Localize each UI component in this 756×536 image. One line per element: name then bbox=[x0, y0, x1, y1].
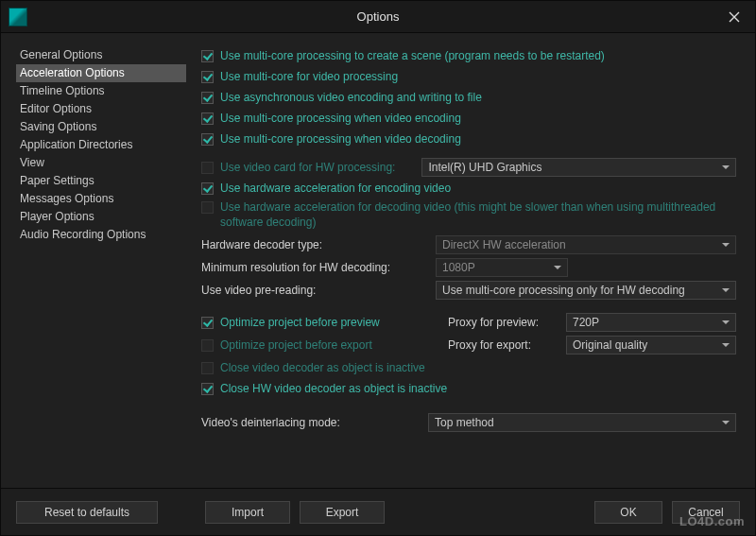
label-multicore-video: Use multi-core for video processing bbox=[220, 69, 398, 84]
dropdown-proxy-preview[interactable]: 720P bbox=[566, 313, 736, 332]
sidebar: General Options Acceleration Options Tim… bbox=[16, 46, 186, 488]
main-panel: Use multi-core processing to create a sc… bbox=[201, 46, 740, 488]
window-title: Options bbox=[1, 9, 755, 24]
export-button[interactable]: Export bbox=[300, 501, 385, 524]
label-deinterlace: Video's deinterlacing mode: bbox=[201, 416, 428, 429]
checkbox-hw-encode[interactable] bbox=[201, 182, 214, 195]
dropdown-hw-decoder-type-value: DirectX HW acceleration bbox=[442, 238, 566, 251]
dropdown-min-res-value: 1080P bbox=[442, 261, 475, 274]
ok-button[interactable]: OK bbox=[594, 501, 662, 524]
sidebar-item-timeline[interactable]: Timeline Options bbox=[16, 82, 186, 100]
dropdown-pre-reading[interactable]: Use multi-core processing only for HW de… bbox=[436, 281, 736, 300]
label-hw-encode: Use hardware acceleration for encoding v… bbox=[220, 181, 451, 196]
sidebar-item-appdirs[interactable]: Application Directories bbox=[16, 136, 186, 154]
label-proxy-preview: Proxy for preview: bbox=[448, 316, 557, 329]
label-multicore-decoding: Use multi-core processing when video dec… bbox=[220, 131, 461, 147]
sidebar-item-acceleration[interactable]: Acceleration Options bbox=[16, 64, 186, 82]
dropdown-pre-reading-value: Use multi-core processing only for HW de… bbox=[442, 284, 685, 297]
titlebar: Options bbox=[1, 1, 755, 33]
checkbox-multicore-encoding[interactable] bbox=[201, 112, 214, 125]
label-async-encoding: Use asynchronous video encoding and writ… bbox=[220, 90, 482, 105]
checkbox-optimize-export[interactable] bbox=[201, 339, 214, 352]
label-pre-reading: Use video pre-reading: bbox=[201, 284, 428, 297]
label-multicore-encoding: Use multi-core processing when video enc… bbox=[220, 111, 461, 126]
reset-button[interactable]: Reset to defaults bbox=[16, 501, 158, 524]
footer: Reset to defaults Import Export OK Cance… bbox=[1, 488, 755, 535]
sidebar-item-paper[interactable]: Paper Settings bbox=[16, 172, 186, 190]
dropdown-proxy-export-value: Original quality bbox=[573, 338, 647, 352]
label-optimize-preview: Optimize project before preview bbox=[220, 315, 380, 330]
checkbox-multicore-decoding[interactable] bbox=[201, 133, 214, 146]
content-area: General Options Acceleration Options Tim… bbox=[1, 33, 755, 488]
checkbox-optimize-preview[interactable] bbox=[201, 317, 214, 329]
dropdown-deinterlace-value: Top method bbox=[435, 416, 494, 429]
label-hw-processing: Use video card for HW processing: bbox=[220, 160, 395, 175]
checkbox-hw-processing[interactable] bbox=[201, 162, 214, 174]
dropdown-gpu[interactable]: Intel(R) UHD Graphics bbox=[421, 158, 736, 177]
checkbox-async-encoding[interactable] bbox=[201, 92, 214, 104]
sidebar-item-editor[interactable]: Editor Options bbox=[16, 100, 186, 118]
close-button[interactable] bbox=[713, 1, 755, 33]
label-hw-decode: Use hardware acceleration for decoding v… bbox=[220, 199, 736, 230]
label-multicore-scene: Use multi-core processing to create a sc… bbox=[220, 48, 605, 63]
cancel-button[interactable]: Cancel bbox=[672, 501, 740, 524]
checkbox-hw-decode[interactable] bbox=[201, 201, 214, 214]
dropdown-hw-decoder-type[interactable]: DirectX HW acceleration bbox=[436, 235, 736, 254]
dropdown-min-res[interactable]: 1080P bbox=[436, 258, 568, 277]
sidebar-item-general[interactable]: General Options bbox=[16, 46, 186, 64]
app-icon bbox=[9, 8, 27, 26]
sidebar-item-audio[interactable]: Audio Recording Options bbox=[16, 226, 186, 244]
dropdown-proxy-export[interactable]: Original quality bbox=[566, 336, 736, 354]
sidebar-item-saving[interactable]: Saving Options bbox=[16, 118, 186, 136]
sidebar-item-messages[interactable]: Messages Options bbox=[16, 190, 186, 208]
dropdown-gpu-value: Intel(R) UHD Graphics bbox=[428, 161, 541, 174]
close-icon bbox=[729, 11, 740, 23]
options-window: Options General Options Acceleration Opt… bbox=[0, 0, 756, 536]
sidebar-item-player[interactable]: Player Options bbox=[16, 208, 186, 226]
checkbox-multicore-video[interactable] bbox=[201, 71, 214, 83]
label-optimize-export: Optimize project before export bbox=[220, 337, 372, 353]
label-close-decoder: Close video decoder as object is inactiv… bbox=[220, 360, 425, 375]
dropdown-deinterlace[interactable]: Top method bbox=[428, 413, 736, 432]
dropdown-proxy-preview-value: 720P bbox=[573, 316, 599, 329]
import-button[interactable]: Import bbox=[205, 501, 290, 524]
sidebar-item-view[interactable]: View bbox=[16, 154, 186, 172]
label-proxy-export: Proxy for export: bbox=[448, 338, 557, 352]
label-min-res: Minimum resolution for HW decoding: bbox=[201, 261, 428, 274]
checkbox-close-decoder[interactable] bbox=[201, 362, 214, 374]
label-close-hw-decoder: Close HW video decoder as object is inac… bbox=[220, 381, 447, 396]
label-hw-decoder-type: Hardware decoder type: bbox=[201, 238, 428, 251]
checkbox-multicore-scene[interactable] bbox=[201, 50, 214, 62]
checkbox-close-hw-decoder[interactable] bbox=[201, 383, 214, 395]
